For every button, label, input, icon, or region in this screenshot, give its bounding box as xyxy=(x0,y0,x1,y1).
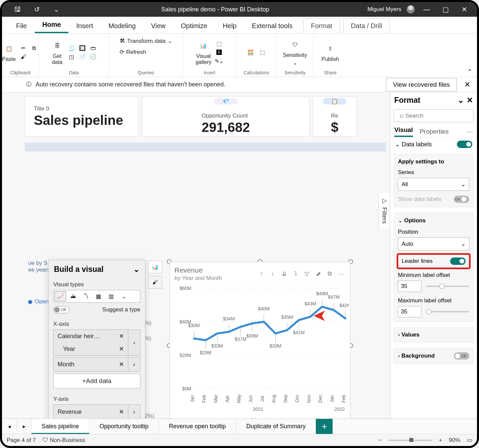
series-select[interactable]: All⌄ xyxy=(398,178,469,191)
cut-icon[interactable]: ✂ xyxy=(19,45,28,52)
text-box-icon[interactable]: 🅰 xyxy=(215,49,223,56)
new-visual-icon[interactable]: ⬚ xyxy=(215,40,223,48)
publish-button[interactable]: ⇪Publish xyxy=(322,43,339,62)
data-labels-header[interactable]: Data labels xyxy=(402,141,432,148)
tab-insert[interactable]: Insert xyxy=(69,19,100,33)
build-visual-pane[interactable]: Build a visual⌄ Visual types 📈 ⛰ 〽 ▦ ▥ ⌄… xyxy=(48,260,145,419)
add-xaxis-button[interactable]: +Add data xyxy=(53,374,140,388)
leader-lines-toggle[interactable] xyxy=(450,257,466,265)
more-options-icon[interactable]: ⋯ xyxy=(337,270,345,278)
tabs-prev-icon[interactable]: ◂ xyxy=(2,419,17,434)
remove-field-icon[interactable]: ✕ xyxy=(119,332,124,340)
field-menu-icon[interactable]: › xyxy=(128,330,140,355)
focus-mode-icon[interactable]: ⬈ xyxy=(314,270,323,278)
show-data-labels-toggle[interactable]: On xyxy=(454,196,469,203)
tab-optimize[interactable]: Optimize xyxy=(174,19,215,33)
sensitivity-button[interactable]: 🛡Sensitivity⌄ xyxy=(283,39,307,66)
refresh-button[interactable]: ⟳Refresh xyxy=(118,47,148,57)
tab-data-drill[interactable]: Data / Drill xyxy=(343,18,390,33)
zoom-value[interactable]: 90% xyxy=(449,437,460,444)
stacked-area-icon[interactable]: 〽 xyxy=(80,291,91,301)
add-page-button[interactable]: + xyxy=(316,419,333,434)
suggest-toggle[interactable]: Off xyxy=(53,306,69,313)
field-menu-icon[interactable]: › xyxy=(128,357,140,371)
min-offset-input[interactable] xyxy=(398,281,421,292)
y-axis-field[interactable]: Revenue✕ › xyxy=(53,404,140,419)
tab-format[interactable]: Format xyxy=(303,18,340,33)
drill-up-icon[interactable]: ↑ xyxy=(257,270,266,278)
close-button[interactable]: ✕ xyxy=(458,2,471,17)
more-icon[interactable]: ⋯ xyxy=(467,128,473,136)
format-tab-icon[interactable]: 🖌 xyxy=(148,276,162,289)
fit-page-icon[interactable]: ▭ xyxy=(467,437,472,444)
x-axis-field[interactable]: Calendar heir…✕ Year✕ › xyxy=(53,329,140,356)
x-axis-field-month[interactable]: Month✕ › xyxy=(53,357,140,372)
sensitivity-status[interactable]: 🛡 Non-Business xyxy=(43,437,85,444)
line-chart-icon[interactable]: 📈 xyxy=(55,291,66,301)
selected-visual[interactable]: Revenue by Year and Month ↑ ↓ ⇊ ⤵ ▽ ⬈ ⧉ … xyxy=(166,258,354,419)
tab-help[interactable]: Help xyxy=(215,19,244,33)
transform-data-button[interactable]: 🛠Transform data ⌄ xyxy=(118,36,175,46)
view-recovered-button[interactable]: View recovered files xyxy=(386,78,457,91)
max-offset-slider[interactable] xyxy=(426,311,469,312)
background-header[interactable]: Background xyxy=(401,353,434,359)
sheet-opp-tooltip[interactable]: Opportunity tooltip xyxy=(89,419,159,434)
recovery-close-icon[interactable]: ✕ xyxy=(461,80,474,89)
remove-field-icon[interactable]: ✕ xyxy=(119,345,124,353)
user-name[interactable]: Miguel Myers xyxy=(367,6,401,13)
more-visuals-icon[interactable]: ✎⌄ xyxy=(215,58,223,65)
undo-icon[interactable]: ↺ xyxy=(30,2,44,17)
new-measure-icon[interactable]: 🧮 xyxy=(246,49,255,56)
report-canvas[interactable]: Title 0 Sales pipeline 💎 Opportunity Cou… xyxy=(2,92,390,419)
format-painter-icon[interactable]: 🖌 xyxy=(19,53,28,61)
maximize-button[interactable]: ▢ xyxy=(439,2,452,17)
data-labels-toggle[interactable] xyxy=(457,141,472,148)
close-pane-icon[interactable]: ✕ xyxy=(467,96,473,104)
sheet-duplicate-summary[interactable]: Duplicate of Summary xyxy=(236,419,316,434)
dataverse-icon[interactable]: ◳ xyxy=(67,53,76,61)
save-icon[interactable]: 🖫 xyxy=(11,2,24,17)
zoom-in-icon[interactable]: + xyxy=(439,437,442,444)
area-chart-icon[interactable]: ⛰ xyxy=(67,291,79,301)
build-tab-icon[interactable]: 📊 xyxy=(148,260,162,273)
blank-icon[interactable]: 📄 xyxy=(78,53,87,61)
tab-modeling[interactable]: Modeling xyxy=(101,19,143,33)
sql-icon[interactable]: 🗃 xyxy=(89,45,97,52)
collapse-ribbon-icon[interactable]: ⌃ xyxy=(467,68,472,75)
format-search-input[interactable] xyxy=(394,109,474,122)
tab-properties[interactable]: Properties xyxy=(420,128,449,135)
paste-button[interactable]: 📋 Paste xyxy=(2,43,16,62)
options-header[interactable]: Options xyxy=(404,217,426,224)
tab-file[interactable]: File xyxy=(9,19,34,33)
tab-visual[interactable]: Visual xyxy=(394,126,413,137)
drill-down-icon[interactable]: ↓ xyxy=(268,270,277,278)
tabs-next-icon[interactable]: ▸ xyxy=(17,419,31,434)
quick-measure-icon[interactable]: ⬚ xyxy=(258,49,267,56)
pop-out-icon[interactable]: ⧉ xyxy=(325,270,334,278)
position-select[interactable]: Auto⌄ xyxy=(398,237,469,250)
min-offset-slider[interactable] xyxy=(426,286,469,287)
tab-view[interactable]: View xyxy=(144,19,173,33)
excel-source-icon[interactable]: 🧾 xyxy=(67,45,76,52)
expand-next-icon[interactable]: ⤵ xyxy=(291,270,300,278)
sheet-revenue-tooltip[interactable]: Revenue open tooltip xyxy=(159,419,236,434)
minimize-button[interactable]: — xyxy=(420,2,433,17)
filter-icon[interactable]: ▽ xyxy=(302,270,311,278)
zoom-slider[interactable] xyxy=(389,440,432,441)
tab-home[interactable]: Home xyxy=(35,17,68,33)
chevron-down-icon[interactable]: ⌄ xyxy=(133,265,140,274)
undo-menu-icon[interactable]: ⌄ xyxy=(50,2,63,17)
zoom-out-icon[interactable]: − xyxy=(379,437,382,444)
remove-field-icon[interactable]: ✕ xyxy=(119,408,124,416)
copy-icon[interactable]: ⧉ xyxy=(30,45,39,52)
collapse-pane-icon[interactable]: ⌄ xyxy=(455,96,467,104)
get-data-button[interactable]: 🗄 Get data xyxy=(51,40,64,65)
table-icon[interactable]: ▦ xyxy=(93,291,104,301)
field-menu-icon[interactable]: › xyxy=(128,405,140,419)
remove-field-icon[interactable]: ✕ xyxy=(119,361,124,368)
datahub-icon[interactable]: 🔲 xyxy=(78,45,87,52)
more-types-icon[interactable]: ⌄ xyxy=(118,291,130,301)
matrix-icon[interactable]: ▥ xyxy=(106,291,117,301)
visual-gallery-button[interactable]: 📊 Visual gallery xyxy=(196,40,211,65)
expand-all-icon[interactable]: ⇊ xyxy=(280,270,288,278)
